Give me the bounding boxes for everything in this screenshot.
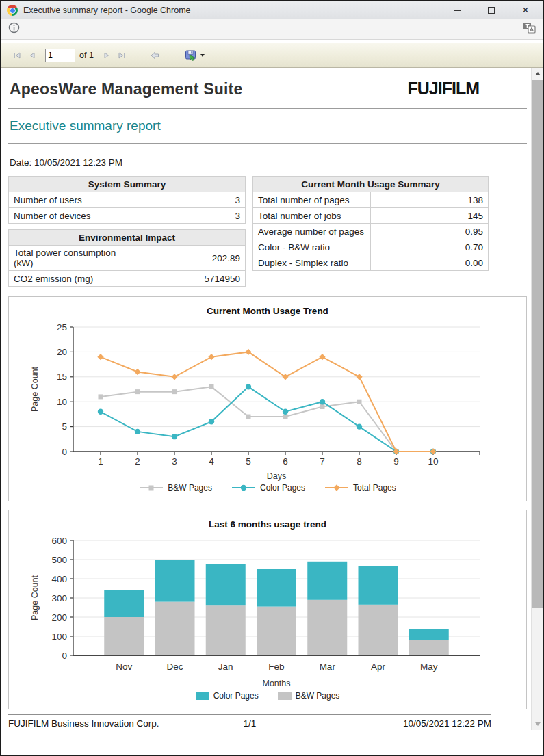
svg-text:200: 200 xyxy=(51,612,67,623)
scroll-up-icon xyxy=(535,72,541,75)
svg-text:Mar: Mar xyxy=(320,662,336,672)
legend-item: B&W Pages xyxy=(139,483,212,493)
svg-text:15: 15 xyxy=(57,372,67,382)
close-icon: × xyxy=(522,5,528,16)
svg-text:Dec: Dec xyxy=(166,662,183,672)
svg-text:5: 5 xyxy=(246,456,251,467)
table-row: Total number of jobs 145 xyxy=(253,208,489,224)
svg-text:Apr: Apr xyxy=(371,662,386,672)
maximize-icon xyxy=(488,7,495,14)
svg-text:600: 600 xyxy=(51,536,67,546)
table-row: Total number of pages 138 xyxy=(253,192,489,208)
legend-item: Total Pages xyxy=(324,483,396,493)
divider xyxy=(8,108,527,109)
report-toolbar: of 1 xyxy=(1,43,543,68)
svg-text:1: 1 xyxy=(98,456,103,467)
svg-text:10: 10 xyxy=(428,456,438,467)
svg-text:10: 10 xyxy=(57,397,67,407)
row-value: 5714950 xyxy=(127,271,246,287)
footer-page-number: 1/1 xyxy=(244,718,257,729)
table-row: Total power consumption (kW) 202.89 xyxy=(9,246,246,271)
table-row: Duplex - Simplex ratio 0.00 xyxy=(253,255,489,271)
svg-text:25: 25 xyxy=(57,322,67,333)
last-page-button[interactable] xyxy=(114,49,129,62)
row-value: 3 xyxy=(127,208,246,224)
row-label: Average number of pages xyxy=(253,224,371,239)
export-save-icon xyxy=(185,49,197,62)
row-value: 0.70 xyxy=(371,239,489,255)
footer-timestamp: 10/05/2021 12:22 PM xyxy=(403,718,491,729)
svg-text:4: 4 xyxy=(209,456,214,467)
legend-label: B&W Pages xyxy=(168,483,212,493)
current-month-usage-table: Current Month Usage Summary Total number… xyxy=(252,176,489,271)
chart-legend: Color PagesB&W Pages xyxy=(9,690,526,709)
row-label: Total power consumption (kW) xyxy=(9,246,127,271)
report-page: ApeosWare Management Suite FUJIFILM Exec… xyxy=(1,68,532,729)
legend-swatch xyxy=(196,692,209,700)
system-summary-table: System Summary Number of users 3 Number … xyxy=(8,176,246,224)
footer-company: FUJIFILM Business Innovation Corp. xyxy=(8,718,244,729)
next-page-button[interactable] xyxy=(99,49,114,62)
chart-plot-area: 0100200300400500600Page CountNovDecJanFe… xyxy=(9,531,526,690)
report-footer: FUJIFILM Business Innovation Corp. 1/1 1… xyxy=(8,714,491,729)
back-button[interactable] xyxy=(147,49,162,62)
table-row: Average number of pages 0.95 xyxy=(253,224,489,239)
row-value: 0.00 xyxy=(371,255,489,271)
prev-page-icon xyxy=(27,50,38,61)
chart-title: Last 6 months usage trend xyxy=(9,510,526,530)
minimize-icon xyxy=(454,10,461,11)
window-title: Executive summary report - Google Chrome xyxy=(23,5,450,15)
svg-text:0: 0 xyxy=(62,447,67,457)
row-value: 138 xyxy=(371,192,489,208)
info-circle-icon[interactable] xyxy=(8,22,20,36)
table-header: System Summary xyxy=(9,177,246,192)
first-page-icon xyxy=(12,50,23,61)
svg-text:Jan: Jan xyxy=(218,662,233,672)
scroll-up-button[interactable] xyxy=(532,68,543,79)
row-label: Number of users xyxy=(9,192,127,208)
table-header: Current Month Usage Summary xyxy=(253,177,489,192)
svg-text:0: 0 xyxy=(62,651,67,661)
close-button[interactable]: × xyxy=(518,4,533,16)
browser-window: Executive summary report - Google Chrome… xyxy=(0,0,544,756)
row-label: Total number of jobs xyxy=(253,208,371,224)
legend-item: B&W Pages xyxy=(278,691,340,701)
row-value: 202.89 xyxy=(127,246,246,271)
legend-label: Color Pages xyxy=(213,691,259,701)
window-titlebar[interactable]: Executive summary report - Google Chrome… xyxy=(1,1,543,19)
first-page-button[interactable] xyxy=(10,49,25,62)
scrollbar-thumb[interactable] xyxy=(532,80,543,608)
scroll-down-button[interactable] xyxy=(532,718,543,730)
svg-text:Months: Months xyxy=(263,679,291,688)
svg-text:5: 5 xyxy=(62,421,67,432)
page-number-input[interactable] xyxy=(45,49,75,62)
minimize-button[interactable] xyxy=(450,4,465,16)
scroll-down-icon xyxy=(535,722,541,726)
translate-icon[interactable] xyxy=(523,22,536,36)
legend-label: B&W Pages xyxy=(296,691,340,701)
back-arrow-icon xyxy=(149,50,160,61)
legend-label: Total Pages xyxy=(353,483,396,493)
caret-down-icon xyxy=(200,54,205,57)
svg-text:7: 7 xyxy=(320,456,325,467)
row-value: 145 xyxy=(371,208,489,224)
chart-plot-area: 0510152025Page Count12345678910Days xyxy=(9,317,526,482)
left-table-column: System Summary Number of users 3 Number … xyxy=(8,176,246,287)
table-row: Number of users 3 xyxy=(9,192,246,208)
prev-page-button[interactable] xyxy=(25,49,40,62)
row-value: 3 xyxy=(127,192,246,208)
row-label: Total number of pages xyxy=(253,192,371,208)
export-button[interactable] xyxy=(183,48,207,63)
legend-label: Color Pages xyxy=(260,483,305,493)
window-controls: × xyxy=(450,4,533,16)
table-row: Number of devices 3 xyxy=(9,208,246,224)
vertical-scrollbar[interactable] xyxy=(531,68,543,730)
six-month-usage-bar-chart-panel: Last 6 months usage trend010020030040050… xyxy=(8,510,527,709)
usage-trend-line-chart-panel: Current Month Usage Trend0510152025Page … xyxy=(8,296,527,501)
report-header: ApeosWare Management Suite FUJIFILM xyxy=(8,79,527,99)
maximize-button[interactable] xyxy=(484,4,499,16)
legend-item: Color Pages xyxy=(231,483,305,493)
app-title: ApeosWare Management Suite xyxy=(10,80,242,99)
svg-text:Days: Days xyxy=(267,471,286,481)
svg-text:3: 3 xyxy=(172,456,177,467)
